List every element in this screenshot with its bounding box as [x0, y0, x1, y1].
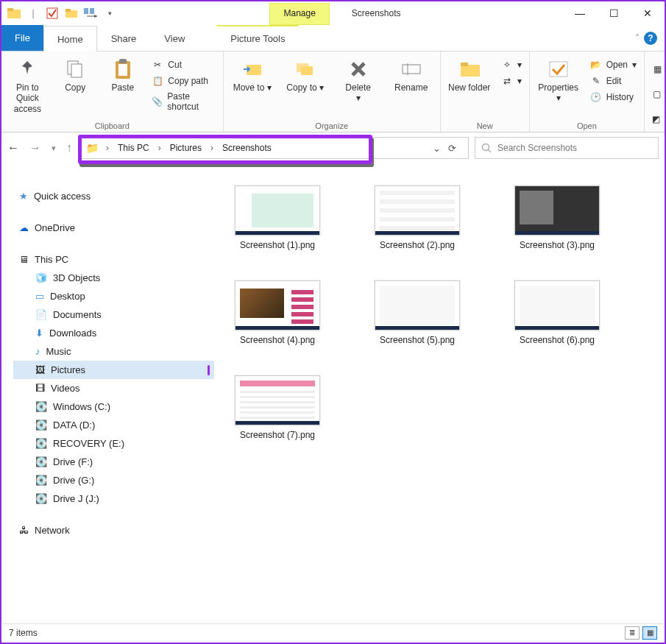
tab-view[interactable]: View — [150, 25, 199, 51]
new-item-button[interactable]: ✧▾ — [501, 59, 522, 71]
tab-share[interactable]: Share — [97, 25, 151, 51]
thumbnail-icon — [514, 185, 600, 236]
pin-to-quick-access-button[interactable]: Pin to Quick access — [9, 54, 46, 114]
documents-icon: 📄 — [35, 309, 47, 320]
collapse-ribbon-icon[interactable]: ˄ — [635, 33, 640, 43]
tree-drive-e[interactable]: 💽RECOVERY (E:) — [13, 434, 214, 453]
file-item[interactable]: Screenshot (3).png — [513, 185, 601, 251]
tree-documents[interactable]: 📄Documents — [13, 305, 214, 324]
window-title: Screenshots — [330, 8, 411, 18]
ribbon-group-organize: Move to ▾ Copy to ▾ Delete▾ Rename Organ… — [224, 52, 441, 132]
tree-videos[interactable]: 🎞Videos — [13, 379, 214, 397]
crumb-this-pc[interactable]: This PC — [116, 143, 151, 153]
svg-rect-11 — [119, 59, 127, 63]
qat-divider: | — [25, 5, 41, 21]
tree-pictures[interactable]: 🖼Pictures — [13, 361, 214, 379]
ribbon-tabs: File Home Share View Picture Tools ˄ ? — [1, 25, 665, 52]
tree-music[interactable]: ♪Music — [13, 342, 214, 361]
quick-access-icon: ★ — [19, 191, 28, 202]
titlebar: | ▾ Manage Screenshots — ☐ ✕ — [1, 1, 665, 25]
tree-desktop[interactable]: ▭Desktop — [13, 287, 214, 305]
tree-quick-access[interactable]: ★Quick access — [13, 187, 214, 205]
svg-rect-10 — [118, 64, 127, 76]
drive-icon: 💽 — [35, 493, 47, 504]
properties-check-icon[interactable] — [44, 5, 60, 21]
chevron-right-icon[interactable]: › — [155, 143, 164, 153]
tab-file[interactable]: File — [1, 25, 43, 51]
paste-shortcut-button[interactable]: 📎Paste shortcut — [152, 91, 215, 112]
tree-3d-objects[interactable]: 🧊3D Objects — [13, 269, 214, 287]
tree-onedrive[interactable]: ☁OneDrive — [13, 219, 214, 237]
tree-drive-j[interactable]: 💽Drive J (J:) — [13, 489, 214, 508]
easy-access-button[interactable]: ⇄▾ — [501, 75, 522, 87]
tree-drive-c[interactable]: 💽Windows (C:) — [13, 397, 214, 416]
folder-small-icon[interactable] — [63, 5, 79, 21]
properties-button[interactable]: Properties▾ — [537, 54, 580, 104]
copy-button[interactable]: Copy — [57, 54, 94, 93]
up-button[interactable]: ↑ — [66, 141, 72, 155]
group-label-open: Open — [537, 120, 637, 130]
refresh-button[interactable]: ⟳ — [448, 143, 456, 154]
file-item[interactable]: Screenshot (4).png — [233, 280, 322, 346]
file-item[interactable]: Screenshot (7).png — [233, 375, 322, 441]
cut-button[interactable]: ✂Cut — [152, 59, 215, 71]
select-all-button[interactable]: ▦Select all — [652, 59, 666, 79]
tree-drive-d[interactable]: 💽DATA (D:) — [13, 416, 214, 434]
delete-button[interactable]: Delete▾ — [337, 54, 380, 104]
close-button[interactable]: ✕ — [631, 2, 665, 24]
new-folder-button[interactable]: New folder — [448, 54, 491, 93]
qat-customize-icon[interactable] — [82, 5, 99, 21]
file-item[interactable]: Screenshot (5).png — [373, 280, 461, 346]
file-item[interactable]: Screenshot (1).png — [233, 185, 322, 251]
crumb-pictures[interactable]: Pictures — [169, 143, 203, 153]
navigation-pane: ★Quick access ☁OneDrive 🖥This PC 🧊3D Obj… — [1, 163, 219, 620]
details-view-button[interactable]: ≣ — [625, 626, 640, 640]
edit-button[interactable]: ✎Edit — [590, 75, 637, 87]
qat-dropdown-icon[interactable]: ▾ — [102, 5, 118, 21]
file-list[interactable]: Screenshot (1).png Screenshot (2).png Sc… — [219, 163, 665, 620]
downloads-icon: ⬇ — [35, 328, 43, 339]
drive-icon: 💽 — [35, 438, 47, 449]
thumbnails-view-button[interactable]: ▦ — [642, 626, 657, 640]
invert-selection-button[interactable]: ◩Invert selection — [652, 109, 666, 130]
help-icon[interactable]: ? — [644, 32, 657, 45]
paste-button[interactable]: Paste — [104, 54, 142, 93]
recent-locations-button[interactable]: ▾ — [52, 144, 56, 153]
tab-manage[interactable]: Manage — [269, 3, 329, 25]
chevron-right-icon[interactable]: › — [208, 143, 216, 153]
copy-to-button[interactable]: Copy to ▾ — [284, 54, 327, 93]
move-to-button[interactable]: Move to ▾ — [231, 54, 274, 93]
tree-downloads[interactable]: ⬇Downloads — [13, 324, 214, 342]
rename-button[interactable]: Rename — [390, 54, 433, 93]
drive-icon: 💽 — [35, 456, 47, 467]
select-none-button[interactable]: ▢Select none — [652, 84, 666, 105]
open-button[interactable]: 📂Open ▾ — [590, 59, 637, 71]
minimize-button[interactable]: — — [563, 2, 597, 24]
tree-this-pc[interactable]: 🖥This PC — [13, 250, 214, 269]
back-button[interactable]: ← — [7, 141, 19, 155]
thumbnail-icon — [375, 185, 460, 236]
svg-rect-8 — [71, 64, 82, 77]
tree-drive-f[interactable]: 💽Drive (F:) — [13, 453, 214, 471]
file-item[interactable]: Screenshot (6).png — [513, 280, 601, 346]
tab-picture-tools[interactable]: Picture Tools — [216, 25, 299, 51]
forward-button[interactable]: → — [29, 141, 41, 155]
tree-network[interactable]: 🖧Network — [13, 521, 214, 539]
tree-drive-g[interactable]: 💽Drive (G:) — [13, 471, 214, 489]
group-label-new: New — [448, 120, 522, 130]
tab-home[interactable]: Home — [43, 26, 97, 52]
search-input[interactable]: Search Screenshots — [475, 137, 659, 159]
pictures-icon: 🖼 — [35, 364, 45, 375]
address-dropdown-icon[interactable]: ⌄ — [433, 143, 441, 154]
crumb-screenshots[interactable]: Screenshots — [221, 143, 273, 153]
select-none-icon: ▢ — [652, 88, 662, 100]
file-item[interactable]: Screenshot (2).png — [373, 185, 461, 251]
svg-rect-1 — [7, 8, 13, 11]
desktop-icon: ▭ — [35, 291, 44, 302]
maximize-button[interactable]: ☐ — [597, 2, 631, 24]
history-button[interactable]: 🕑History — [590, 91, 637, 103]
chevron-right-icon[interactable]: › — [103, 143, 112, 153]
copy-path-button[interactable]: 📋Copy path — [152, 75, 215, 87]
address-bar[interactable]: 📁 › This PC › Pictures › Screenshots ⌄ ⟳ — [78, 137, 469, 159]
select-all-icon: ▦ — [652, 63, 664, 75]
